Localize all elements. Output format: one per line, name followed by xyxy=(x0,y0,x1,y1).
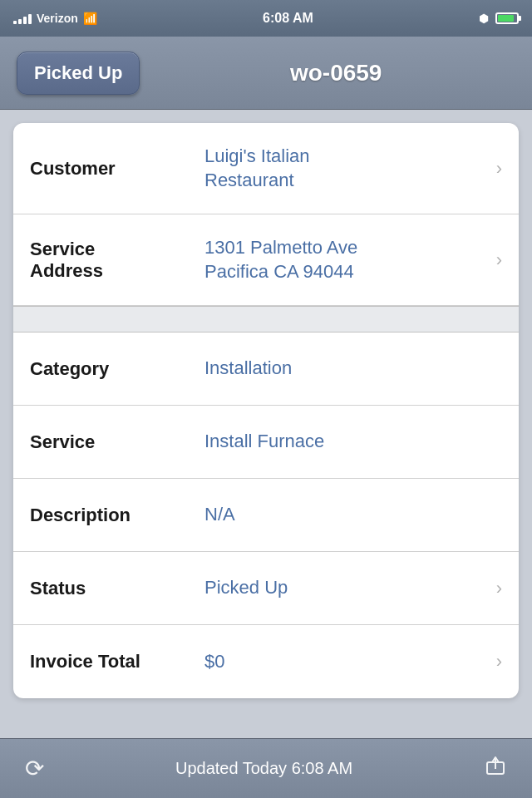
status-right: ⬢ xyxy=(479,12,519,25)
service-label: Service xyxy=(30,431,204,453)
main-content: Customer Luigi's ItalianRestaurant › Ser… xyxy=(0,110,532,712)
category-row[interactable]: Category Installation xyxy=(13,332,519,406)
picked-up-badge[interactable]: Picked Up xyxy=(17,52,140,95)
battery-fill xyxy=(498,15,514,22)
description-row[interactable]: Description N/A xyxy=(13,479,519,552)
share-icon[interactable] xyxy=(484,754,507,783)
invoice-total-chevron-icon: › xyxy=(496,651,502,672)
carrier-label: Verizon xyxy=(37,12,78,25)
status-left: Verizon 📶 xyxy=(13,12,97,25)
nav-bar: Picked Up wo-0659 xyxy=(0,37,532,110)
customer-label: Customer xyxy=(30,158,204,180)
customer-value: Luigi's ItalianRestaurant xyxy=(204,145,488,192)
footer-text: Updated Today 6:08 AM xyxy=(44,759,484,778)
service-value: Install Furnace xyxy=(204,430,502,454)
refresh-icon[interactable]: ⟳ xyxy=(25,755,44,782)
battery-indicator xyxy=(495,12,519,24)
signal-bars xyxy=(13,12,32,24)
signal-bar-3 xyxy=(23,17,27,24)
status-value: Picked Up xyxy=(204,576,488,600)
service-address-value: 1301 Palmetto AvePacifica CA 94044 xyxy=(204,236,488,283)
status-label: Status xyxy=(30,578,204,599)
category-value: Installation xyxy=(204,357,502,381)
bluetooth-icon: ⬢ xyxy=(479,12,489,25)
description-label: Description xyxy=(30,505,204,526)
status-row[interactable]: Status Picked Up › xyxy=(13,552,519,625)
status-bar: Verizon 📶 6:08 AM ⬢ xyxy=(0,0,532,37)
signal-bar-2 xyxy=(18,19,22,24)
service-row[interactable]: Service Install Furnace xyxy=(13,406,519,479)
invoice-total-value: $0 xyxy=(204,650,488,674)
invoice-total-label: Invoice Total xyxy=(30,651,204,672)
time-label: 6:08 AM xyxy=(263,11,313,26)
invoice-total-row[interactable]: Invoice Total $0 › xyxy=(13,625,519,698)
service-address-row[interactable]: ServiceAddress 1301 Palmetto AvePacifica… xyxy=(13,214,519,306)
signal-bar-4 xyxy=(28,14,32,24)
description-value: N/A xyxy=(204,503,502,527)
detail-card: Customer Luigi's ItalianRestaurant › Ser… xyxy=(13,123,519,698)
footer: ⟳ Updated Today 6:08 AM xyxy=(0,738,532,798)
category-label: Category xyxy=(30,358,204,380)
signal-bar-1 xyxy=(13,21,17,24)
service-address-label: ServiceAddress xyxy=(30,239,204,282)
separator xyxy=(13,306,519,332)
wifi-icon: 📶 xyxy=(83,12,97,25)
status-chevron-icon: › xyxy=(496,578,502,599)
customer-row[interactable]: Customer Luigi's ItalianRestaurant › xyxy=(13,123,519,214)
nav-title: wo-0659 xyxy=(156,60,515,86)
customer-chevron-icon: › xyxy=(496,158,502,180)
service-address-chevron-icon: › xyxy=(496,249,502,271)
